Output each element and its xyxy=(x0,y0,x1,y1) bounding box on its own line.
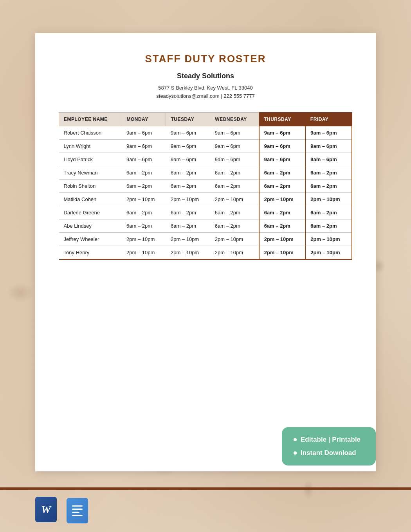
table-row: Jeffrey Wheeler2pm – 10pm2pm – 10pm2pm –… xyxy=(59,232,352,246)
table-row: Matilda Cohen2pm – 10pm2pm – 10pm2pm – 1… xyxy=(59,192,352,206)
table-row: Abe Lindsey6am – 2pm6am – 2pm6am – 2pm6a… xyxy=(59,219,352,232)
docs-line-3 xyxy=(72,512,80,513)
table-cell: 2pm – 10pm xyxy=(305,192,352,206)
table-cell: 6am – 2pm xyxy=(166,206,210,219)
table-cell: Tracy Newman xyxy=(59,166,122,179)
word-icon-inner xyxy=(35,497,57,522)
table-cell: 9am – 6pm xyxy=(210,153,259,166)
badge-item-2: Instant Download xyxy=(294,449,364,457)
table-cell: 6am – 2pm xyxy=(122,219,166,232)
table-cell: 2pm – 10pm xyxy=(166,192,210,206)
table-cell: 9am – 6pm xyxy=(305,153,352,166)
table-row: Lloyd Patrick9am – 6pm9am – 6pm9am – 6pm… xyxy=(59,153,352,166)
table-cell: 9am – 6pm xyxy=(259,139,306,153)
table-cell: 2pm – 10pm xyxy=(259,246,306,259)
table-cell: 2pm – 10pm xyxy=(122,232,166,246)
docs-icon[interactable] xyxy=(67,498,88,523)
docs-line-2 xyxy=(72,509,83,510)
table-cell: 9am – 6pm xyxy=(122,126,166,139)
badge-bullet-2 xyxy=(294,451,297,455)
document-title: STAFF DUTY ROSTER xyxy=(59,53,352,65)
accent-bar xyxy=(0,487,411,490)
table-cell: Robin Shelton xyxy=(59,179,122,192)
table-row: Robert Chaisson9am – 6pm9am – 6pm9am – 6… xyxy=(59,126,352,139)
table-cell: 2pm – 10pm xyxy=(210,232,259,246)
table-cell: 6am – 2pm xyxy=(259,166,306,179)
col-header-wed: WEDNESDAY xyxy=(210,112,259,126)
table-cell: 9am – 6pm xyxy=(166,126,210,139)
table-cell: 6am – 2pm xyxy=(210,179,259,192)
table-cell: 2pm – 10pm xyxy=(305,232,352,246)
table-cell: 2pm – 10pm xyxy=(122,246,166,259)
table-row: Lynn Wright9am – 6pm9am – 6pm9am – 6pm9a… xyxy=(59,139,352,153)
footer-icons xyxy=(35,497,88,524)
table-cell: 9am – 6pm xyxy=(122,139,166,153)
table-cell: 9am – 6pm xyxy=(210,139,259,153)
docs-line-1 xyxy=(72,505,83,507)
table-row: Darlene Greene6am – 2pm6am – 2pm6am – 2p… xyxy=(59,206,352,219)
table-header-row: EMPLOYEE NAME MONDAY TUESDAY WEDNESDAY T… xyxy=(59,112,352,126)
col-header-name: EMPLOYEE NAME xyxy=(59,112,122,126)
table-cell: 2pm – 10pm xyxy=(210,192,259,206)
word-icon[interactable] xyxy=(35,497,59,524)
table-cell: Lloyd Patrick xyxy=(59,153,122,166)
table-cell: 6am – 2pm xyxy=(210,219,259,232)
table-cell: 6am – 2pm xyxy=(122,179,166,192)
table-cell: 6am – 2pm xyxy=(305,179,352,192)
table-cell: 6am – 2pm xyxy=(166,179,210,192)
company-name: Steady Solutions xyxy=(59,72,352,80)
table-cell: 6am – 2pm xyxy=(305,166,352,179)
table-cell: 6am – 2pm xyxy=(259,179,306,192)
roster-table: EMPLOYEE NAME MONDAY TUESDAY WEDNESDAY T… xyxy=(59,112,352,260)
table-cell: 6am – 2pm xyxy=(166,166,210,179)
col-header-thu: THURSDAY xyxy=(259,112,306,126)
table-cell: Robert Chaisson xyxy=(59,126,122,139)
badge-bullet-1 xyxy=(294,438,297,441)
table-cell: Matilda Cohen xyxy=(59,192,122,206)
col-header-tue: TUESDAY xyxy=(166,112,210,126)
col-header-mon: MONDAY xyxy=(122,112,166,126)
table-cell: 6am – 2pm xyxy=(259,206,306,219)
table-cell: 6am – 2pm xyxy=(305,219,352,232)
table-cell: 2pm – 10pm xyxy=(305,246,352,259)
table-row: Tracy Newman6am – 2pm6am – 2pm6am – 2pm6… xyxy=(59,166,352,179)
table-cell: 9am – 6pm xyxy=(305,126,352,139)
table-cell: 9am – 6pm xyxy=(259,153,306,166)
badge-item-1: Editable | Printable xyxy=(294,436,364,444)
table-cell: Tony Henry xyxy=(59,246,122,259)
table-cell: 9am – 6pm xyxy=(166,139,210,153)
table-cell: 9am – 6pm xyxy=(259,126,306,139)
table-cell: 9am – 6pm xyxy=(210,126,259,139)
badge-container: Editable | Printable Instant Download xyxy=(282,427,376,466)
table-cell: 2pm – 10pm xyxy=(122,192,166,206)
table-cell: 6am – 2pm xyxy=(210,166,259,179)
table-row: Tony Henry2pm – 10pm2pm – 10pm2pm – 10pm… xyxy=(59,246,352,259)
table-cell: Jeffrey Wheeler xyxy=(59,232,122,246)
table-cell: 6am – 2pm xyxy=(122,206,166,219)
table-cell: 6am – 2pm xyxy=(166,219,210,232)
table-cell: 2pm – 10pm xyxy=(166,232,210,246)
table-cell: 9am – 6pm xyxy=(122,153,166,166)
table-cell: 6am – 2pm xyxy=(305,206,352,219)
table-cell: 6am – 2pm xyxy=(122,166,166,179)
table-body: Robert Chaisson9am – 6pm9am – 6pm9am – 6… xyxy=(59,126,352,259)
document-container: STAFF DUTY ROSTER Steady Solutions 5877 … xyxy=(35,33,376,471)
table-cell: Abe Lindsey xyxy=(59,219,122,232)
table-cell: Lynn Wright xyxy=(59,139,122,153)
company-address: 5877 S Berkley Blvd, Key West, FL 33040 … xyxy=(59,84,352,101)
address-line2: steadysolutions@zmail.com | 222 555 7777 xyxy=(59,92,352,101)
col-header-fri: FRIDAY xyxy=(305,112,352,126)
table-cell: 6am – 2pm xyxy=(259,219,306,232)
table-cell: 9am – 6pm xyxy=(305,139,352,153)
table-cell: Darlene Greene xyxy=(59,206,122,219)
table-cell: 9am – 6pm xyxy=(166,153,210,166)
docs-line-4 xyxy=(72,515,83,516)
table-cell: 6am – 2pm xyxy=(210,206,259,219)
table-row: Robin Shelton6am – 2pm6am – 2pm6am – 2pm… xyxy=(59,179,352,192)
table-cell: 2pm – 10pm xyxy=(259,232,306,246)
table-cell: 2pm – 10pm xyxy=(259,192,306,206)
badge-label-2: Instant Download xyxy=(301,449,356,457)
badge-label-1: Editable | Printable xyxy=(301,436,361,444)
address-line1: 5877 S Berkley Blvd, Key West, FL 33040 xyxy=(59,84,352,92)
table-cell: 2pm – 10pm xyxy=(210,246,259,259)
